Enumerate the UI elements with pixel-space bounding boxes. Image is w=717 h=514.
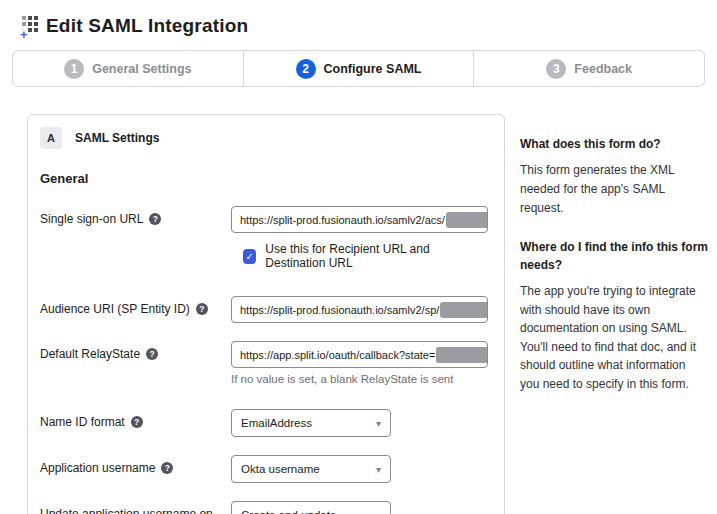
wizard-stepper: 1 General Settings 2 Configure SAML 3 Fe… bbox=[12, 50, 705, 87]
sidebar-body-what: This form generates the XML needed for t… bbox=[520, 161, 708, 217]
sidebar-heading-where: Where do I find the info this form needs… bbox=[520, 239, 708, 274]
page-header: + Edit SAML Integration bbox=[0, 0, 717, 37]
help-icon[interactable]: ? bbox=[131, 416, 143, 428]
panel-header: A SAML Settings bbox=[40, 127, 492, 149]
page-title: Edit SAML Integration bbox=[46, 15, 248, 37]
field-row-audience-uri: Audience URI (SP Entity ID) ? https://sp… bbox=[40, 296, 492, 323]
field-label-wrap: Update application username on bbox=[40, 501, 231, 514]
name-id-format-value: EmailAddress bbox=[241, 417, 312, 429]
redacted-value-block bbox=[440, 302, 488, 318]
help-icon[interactable]: ? bbox=[146, 348, 158, 360]
chevron-down-icon: ▾ bbox=[376, 464, 381, 475]
help-icon[interactable]: ? bbox=[149, 213, 161, 225]
field-label-wrap: Audience URI (SP Entity ID) ? bbox=[40, 296, 231, 316]
general-section-heading: General bbox=[40, 171, 492, 186]
audience-uri-label: Audience URI (SP Entity ID) bbox=[40, 302, 190, 316]
field-label-wrap: Name ID format ? bbox=[40, 409, 231, 429]
section-a-badge: A bbox=[40, 127, 62, 149]
field-row-sso-url: Single sign-on URL ? https://split-prod.… bbox=[40, 206, 492, 233]
step-number-badge: 2 bbox=[296, 59, 316, 79]
relaystate-value: https://app.split.io/oauth/callback?stat… bbox=[240, 349, 435, 361]
field-row-relaystate: Default RelayState ? https://app.split.i… bbox=[40, 341, 492, 385]
chevron-down-icon: ▾ bbox=[376, 418, 381, 429]
audience-uri-value: https://split-prod.fusionauth.io/samlv2/… bbox=[240, 304, 439, 316]
update-username-on-select[interactable]: Create and update ▾ bbox=[231, 501, 391, 514]
chevron-down-icon: ▾ bbox=[376, 510, 381, 514]
step-label: Configure SAML bbox=[324, 62, 422, 76]
checkbox-checked-icon[interactable]: ✓ bbox=[243, 249, 256, 264]
audience-uri-input[interactable]: https://split-prod.fusionauth.io/samlv2/… bbox=[231, 296, 488, 323]
sidebar-heading-what: What does this form do? bbox=[520, 136, 708, 153]
step-number-badge: 3 bbox=[546, 59, 566, 79]
step-general-settings[interactable]: 1 General Settings bbox=[13, 51, 243, 86]
step-feedback[interactable]: 3 Feedback bbox=[473, 51, 704, 86]
apps-grid-add-icon: + bbox=[22, 16, 43, 37]
update-username-on-label: Update application username on bbox=[40, 507, 213, 514]
application-username-value: Okta username bbox=[241, 463, 320, 475]
sso-url-input[interactable]: https://split-prod.fusionauth.io/samlv2/… bbox=[231, 206, 488, 233]
field-row-update-username-on: Update application username on Create an… bbox=[40, 501, 492, 514]
field-row-name-id-format: Name ID format ? EmailAddress ▾ bbox=[40, 409, 492, 437]
panel-title: SAML Settings bbox=[75, 131, 159, 145]
relaystate-input[interactable]: https://app.split.io/oauth/callback?stat… bbox=[231, 341, 488, 368]
plus-glyph: + bbox=[20, 28, 28, 41]
step-label: Feedback bbox=[574, 62, 632, 76]
application-username-select[interactable]: Okta username ▾ bbox=[231, 455, 391, 483]
application-username-label: Application username bbox=[40, 461, 155, 475]
step-label: General Settings bbox=[92, 62, 191, 76]
content-area: A SAML Settings General Single sign-on U… bbox=[27, 114, 717, 514]
sidebar-body-where: The app you're trying to integrate with … bbox=[520, 282, 708, 394]
redacted-value-block bbox=[446, 212, 488, 228]
help-sidebar: What does this form do? This form genera… bbox=[520, 114, 708, 416]
step-configure-saml[interactable]: 2 Configure SAML bbox=[243, 51, 474, 86]
step-number-badge: 1 bbox=[64, 59, 84, 79]
recipient-url-checkbox-row: ✓ Use this for Recipient URL and Destina… bbox=[243, 242, 492, 270]
field-row-application-username: Application username ? Okta username ▾ bbox=[40, 455, 492, 483]
saml-settings-panel: A SAML Settings General Single sign-on U… bbox=[27, 114, 505, 514]
field-label-wrap: Default RelayState ? bbox=[40, 341, 231, 361]
field-label-wrap: Single sign-on URL ? bbox=[40, 206, 231, 226]
help-icon[interactable]: ? bbox=[196, 303, 208, 315]
name-id-format-label: Name ID format bbox=[40, 415, 125, 429]
sso-url-label: Single sign-on URL bbox=[40, 212, 143, 226]
relaystate-label: Default RelayState bbox=[40, 347, 140, 361]
redacted-value-block bbox=[436, 347, 488, 363]
recipient-url-checkbox-label: Use this for Recipient URL and Destinati… bbox=[265, 242, 492, 270]
update-username-on-value: Create and update bbox=[241, 509, 336, 514]
name-id-format-select[interactable]: EmailAddress ▾ bbox=[231, 409, 391, 437]
field-label-wrap: Application username ? bbox=[40, 455, 231, 475]
relaystate-helper-text: If no value is set, a blank RelayState i… bbox=[231, 373, 492, 385]
help-icon[interactable]: ? bbox=[161, 462, 173, 474]
sso-url-value: https://split-prod.fusionauth.io/samlv2/… bbox=[240, 214, 445, 226]
